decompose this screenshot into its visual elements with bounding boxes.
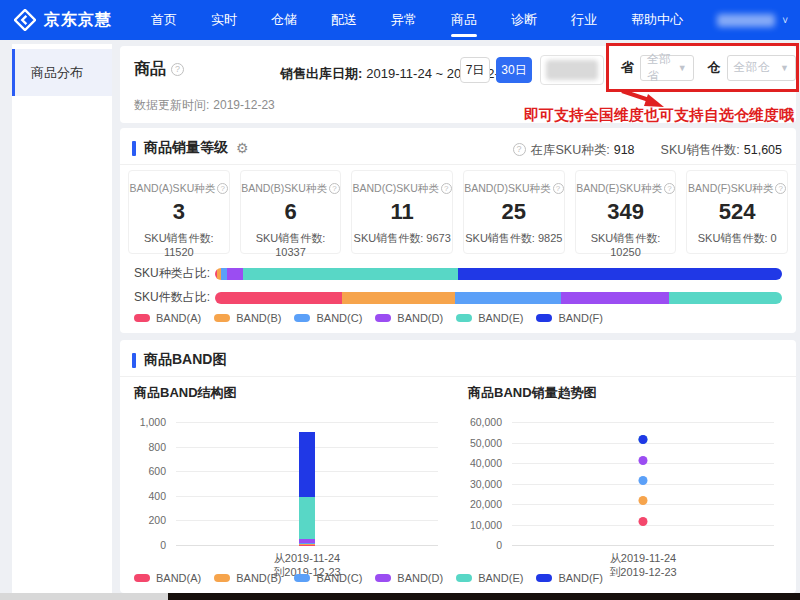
y-axis-tick: 40,000 [458, 457, 502, 469]
bar-segment-BAND(C) [299, 543, 315, 544]
help-icon[interactable]: ? [441, 183, 452, 194]
range-30day-button[interactable]: 30日 [496, 57, 532, 83]
province-select[interactable]: 全部省▼ [640, 55, 694, 81]
legend-item-BAND(C)[interactable]: BAND(C) [294, 572, 362, 584]
help-icon[interactable]: ? [775, 183, 786, 194]
ratio-segment-BAND(A) [215, 292, 342, 304]
username-redacted [717, 14, 775, 27]
ratio-segment-BAND(F) [458, 268, 782, 280]
y-axis-tick: 30,000 [458, 478, 502, 490]
divider [120, 164, 796, 165]
ratio-label: SKU件数占比: [134, 289, 215, 306]
legend-swatch-icon [456, 574, 472, 582]
legend-item-BAND(B)[interactable]: BAND(B) [214, 312, 281, 324]
band-structure-chart: 02004006008001,000从2019-11-24到2019-12-23 [128, 422, 450, 582]
gear-icon[interactable]: ⚙ [236, 140, 249, 156]
help-icon[interactable]: ? [217, 183, 228, 194]
legend-swatch-icon [214, 314, 230, 322]
band-card-sub: SKU销售件数: 9825 [464, 231, 564, 246]
nav-item-7[interactable]: 诊断 [494, 0, 554, 40]
nav-menu: 首页实时仓储配送异常商品诊断行业帮助中心 [134, 0, 700, 40]
legend-item-BAND(A)[interactable]: BAND(A) [134, 312, 201, 324]
range-7day-button[interactable]: 7日 [460, 57, 490, 83]
header-stats: ?在库SKU种类:918 SKU销售件数:51,605 [513, 142, 782, 159]
legend-swatch-icon [536, 574, 552, 582]
nav-item-9[interactable]: 帮助中心 [614, 0, 700, 40]
help-icon[interactable]: ? [329, 183, 340, 194]
help-icon[interactable]: ? [513, 143, 526, 156]
y-axis-tick: 400 [122, 490, 166, 502]
band-card: BAND(B)SKU种类?6SKU销售件数: 10337 [240, 170, 342, 254]
data-update-time: 数据更新时间:2019-12-23 [134, 97, 275, 114]
nav-item-5[interactable]: 异常 [374, 0, 434, 40]
band-card-value: 25 [464, 199, 564, 225]
legend-item-BAND(D)[interactable]: BAND(D) [375, 572, 443, 584]
ratio-segment-BAND(E) [669, 292, 782, 304]
structure-chart-title: 商品BAND结构图 [134, 384, 237, 402]
caret-down-icon: ▼ [678, 63, 687, 73]
nav-item-2[interactable]: 实时 [194, 0, 254, 40]
legend-item-BAND(E)[interactable]: BAND(E) [456, 312, 523, 324]
sales-level-panel: 商品销量等级 ⚙ ?在库SKU种类:918 SKU销售件数:51,605 BAN… [120, 128, 796, 333]
bottom-edge-left [0, 593, 168, 600]
legend-swatch-icon [294, 314, 310, 322]
help-icon[interactable]: ? [171, 63, 184, 76]
brand[interactable]: 京东京慧 [0, 9, 112, 31]
ratio-segment-BAND(D) [227, 268, 242, 280]
data-point-BAND(A) [639, 517, 648, 526]
band-card: BAND(D)SKU种类?25SKU销售件数: 9825 [463, 170, 565, 254]
y-axis-tick: 50,000 [458, 437, 502, 449]
help-icon[interactable]: ? [553, 183, 564, 194]
legend-item-BAND(D)[interactable]: BAND(D) [375, 312, 443, 324]
active-underline [451, 34, 477, 37]
legend-item-BAND(A)[interactable]: BAND(A) [134, 572, 201, 584]
province-label: 省 [621, 59, 634, 77]
sidebar-item-product-distribution[interactable]: 商品分布 [12, 49, 112, 96]
nav-item-8[interactable]: 行业 [554, 0, 614, 40]
help-icon[interactable]: ? [664, 183, 675, 194]
sidebar: 商品分布 [12, 44, 112, 593]
bottom-window-edge [0, 593, 800, 600]
legend-swatch-icon [214, 574, 230, 582]
nav-item-6[interactable]: 商品 [434, 0, 494, 40]
legend-label: BAND(F) [558, 312, 603, 324]
section-title: 商品BAND图 [144, 351, 226, 369]
date-picker-redacted[interactable] [540, 55, 604, 85]
y-axis-tick: 10,000 [458, 519, 502, 531]
nav-item-4[interactable]: 配送 [314, 0, 374, 40]
warehouse-select[interactable]: 全部仓▼ [727, 55, 796, 81]
legend-item-BAND(B)[interactable]: BAND(B) [214, 572, 281, 584]
legend-item-BAND(C)[interactable]: BAND(C) [294, 312, 362, 324]
legend-label: BAND(C) [316, 312, 362, 324]
brand-title: 京东京慧 [44, 10, 112, 31]
legend-item-BAND(E)[interactable]: BAND(E) [456, 572, 523, 584]
legend-item-BAND(F)[interactable]: BAND(F) [536, 312, 603, 324]
gridline [512, 422, 774, 423]
nav-item-1[interactable]: 首页 [134, 0, 194, 40]
ratio-segment-BAND(C) [455, 292, 561, 304]
nav-item-3[interactable]: 仓储 [254, 0, 314, 40]
sku-types-ratio-bar [215, 268, 782, 280]
legend-label: BAND(E) [478, 312, 523, 324]
user-menu[interactable]: ˅ [717, 14, 800, 27]
band-card-value: 524 [687, 199, 787, 225]
legend-swatch-icon [536, 314, 552, 322]
ratio-label: SKU种类占比: [134, 265, 215, 282]
legend-label: BAND(B) [236, 312, 281, 324]
section-tick [132, 141, 136, 156]
y-axis-tick: 600 [122, 465, 166, 477]
data-point-BAND(C) [639, 476, 648, 485]
band-card-title: BAND(B)SKU种类? [241, 182, 341, 196]
band-legend: BAND(A)BAND(B)BAND(C)BAND(D)BAND(E)BAND(… [134, 572, 603, 584]
legend-item-BAND(F)[interactable]: BAND(F) [536, 572, 603, 584]
legend-label: BAND(A) [156, 572, 201, 584]
divider [120, 376, 796, 377]
legend-label: BAND(A) [156, 312, 201, 324]
band-trend-chart: 010,00020,00030,00040,00050,00060,000从20… [464, 422, 786, 582]
ratio-segment-BAND(E) [243, 268, 459, 280]
gridline [176, 422, 438, 423]
sidebar-item-label: 商品分布 [31, 64, 83, 82]
bar-segment-BAND(D) [299, 539, 315, 542]
sku-types-ratio-row: SKU种类占比: [134, 265, 782, 282]
y-axis-tick: 20,000 [458, 498, 502, 510]
